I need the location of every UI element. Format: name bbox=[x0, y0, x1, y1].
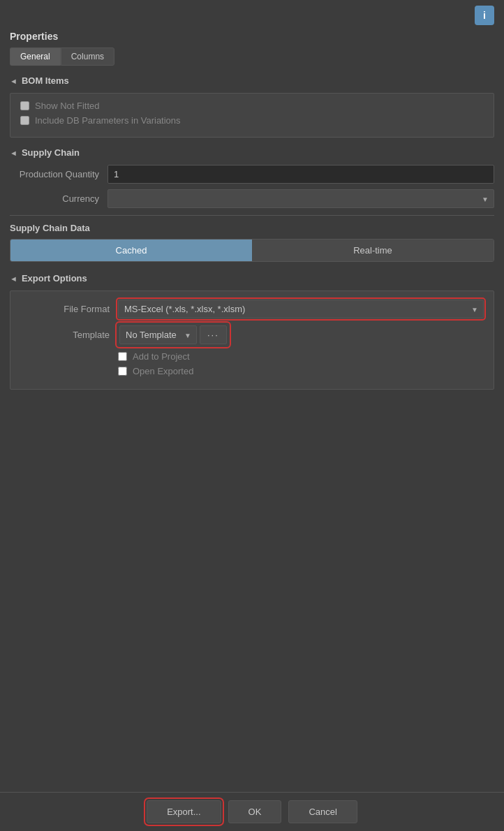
supply-chain-data-label: Supply Chain Data bbox=[10, 223, 494, 233]
tab-columns[interactable]: Columns bbox=[61, 47, 114, 66]
currency-select-wrapper: USD EUR GBP bbox=[108, 189, 494, 208]
file-format-row: File Format MS-Excel (*.xls, *.xlsx, *.x… bbox=[20, 300, 484, 318]
open-exported-label: Open Exported bbox=[133, 366, 193, 376]
open-exported-checkbox[interactable] bbox=[118, 367, 127, 376]
export-options-section: File Format MS-Excel (*.xls, *.xlsx, *.x… bbox=[10, 291, 494, 390]
properties-panel: Properties General Columns ◄ BOM Items S… bbox=[10, 31, 494, 789]
add-to-project-checkbox[interactable] bbox=[118, 352, 127, 361]
production-quantity-row: Production Quantity bbox=[10, 165, 494, 184]
template-select-wrapper: No Template bbox=[119, 325, 197, 344]
add-to-project-label: Add to Project bbox=[133, 351, 190, 362]
bom-items-section: Show Not Fitted Include DB Parameters in… bbox=[10, 93, 494, 138]
currency-label: Currency bbox=[10, 193, 108, 204]
export-options-header[interactable]: ◄ Export Options bbox=[10, 273, 494, 284]
export-button[interactable]: Export... bbox=[147, 800, 221, 823]
info-button[interactable]: i bbox=[475, 6, 494, 25]
file-format-label: File Format bbox=[20, 304, 118, 314]
supply-chain-label: Supply Chain bbox=[22, 147, 80, 158]
cached-button[interactable]: Cached bbox=[10, 240, 252, 261]
supply-chain-data-toggle: Cached Real-time bbox=[10, 239, 494, 262]
template-ellipsis-button[interactable]: ··· bbox=[200, 325, 227, 344]
template-select[interactable]: No Template bbox=[119, 325, 197, 344]
supply-chain-section: Production Quantity Currency USD EUR GBP… bbox=[10, 165, 494, 262]
supply-chain-header[interactable]: ◄ Supply Chain bbox=[10, 147, 494, 158]
file-format-select-wrapper: MS-Excel (*.xls, *.xlsx, *.xlsm) CSV PDF bbox=[118, 300, 484, 318]
show-not-fitted-row: Show Not Fitted bbox=[20, 101, 484, 111]
production-quantity-label: Production Quantity bbox=[10, 169, 108, 179]
currency-row: Currency USD EUR GBP bbox=[10, 189, 494, 208]
tab-bar: General Columns bbox=[10, 47, 494, 66]
supply-chain-arrow: ◄ bbox=[10, 149, 17, 157]
tab-general[interactable]: General bbox=[10, 47, 61, 66]
divider bbox=[10, 215, 494, 216]
realtime-button[interactable]: Real-time bbox=[252, 240, 494, 261]
include-db-params-label: Include DB Parameters in Variations bbox=[35, 115, 181, 126]
show-not-fitted-label: Show Not Fitted bbox=[35, 101, 100, 111]
bottom-bar: Export... OK Cancel bbox=[0, 792, 504, 831]
bom-items-header[interactable]: ◄ BOM Items bbox=[10, 75, 494, 86]
ok-button[interactable]: OK bbox=[228, 800, 282, 823]
add-to-project-row: Add to Project bbox=[118, 351, 484, 362]
export-options-arrow: ◄ bbox=[10, 274, 17, 283]
cancel-button[interactable]: Cancel bbox=[288, 800, 357, 823]
file-format-select[interactable]: MS-Excel (*.xls, *.xlsx, *.xlsm) CSV PDF bbox=[118, 300, 484, 318]
open-exported-row: Open Exported bbox=[118, 366, 484, 376]
bom-items-arrow: ◄ bbox=[10, 77, 17, 85]
bom-items-label: BOM Items bbox=[22, 75, 69, 86]
export-options-label: Export Options bbox=[22, 273, 87, 284]
panel-title: Properties bbox=[10, 31, 494, 42]
show-not-fitted-checkbox[interactable] bbox=[20, 101, 29, 110]
template-row: Template No Template ··· bbox=[20, 324, 484, 346]
production-quantity-input[interactable] bbox=[108, 165, 494, 184]
include-db-params-checkbox[interactable] bbox=[20, 116, 29, 125]
template-controls: No Template ··· bbox=[118, 324, 228, 346]
include-db-params-row: Include DB Parameters in Variations bbox=[20, 115, 484, 126]
currency-select[interactable]: USD EUR GBP bbox=[108, 189, 494, 208]
template-label: Template bbox=[20, 330, 118, 340]
